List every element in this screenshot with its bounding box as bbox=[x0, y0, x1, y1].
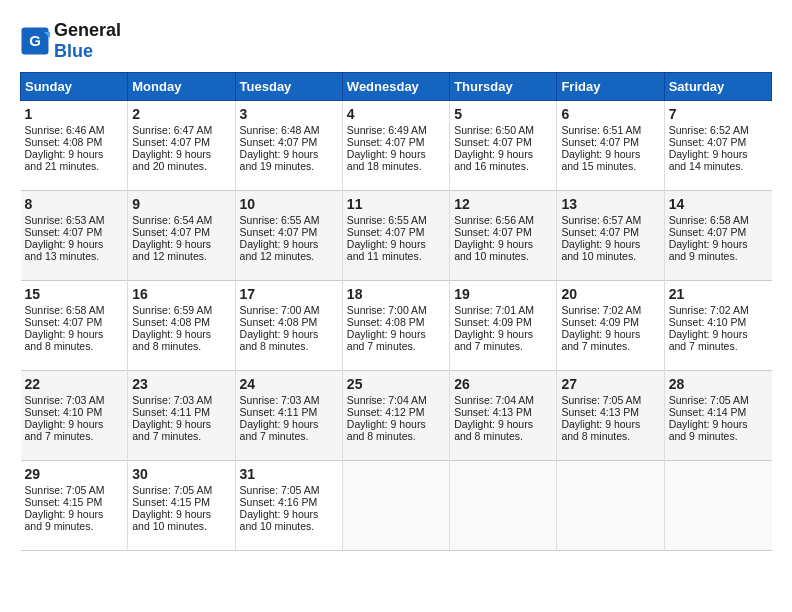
daylight: Daylight: 9 hours and 7 minutes. bbox=[669, 328, 748, 352]
sunset: Sunset: 4:07 PM bbox=[561, 226, 639, 238]
sunrise: Sunrise: 6:54 AM bbox=[132, 214, 212, 226]
sunrise: Sunrise: 7:03 AM bbox=[240, 394, 320, 406]
sunrise: Sunrise: 6:50 AM bbox=[454, 124, 534, 136]
day-header-sunday: Sunday bbox=[21, 73, 128, 101]
sunrise: Sunrise: 6:47 AM bbox=[132, 124, 212, 136]
daylight: Daylight: 9 hours and 15 minutes. bbox=[561, 148, 640, 172]
daylight: Daylight: 9 hours and 8 minutes. bbox=[240, 328, 319, 352]
sunrise: Sunrise: 7:02 AM bbox=[561, 304, 641, 316]
sunrise: Sunrise: 6:55 AM bbox=[240, 214, 320, 226]
daylight: Daylight: 9 hours and 8 minutes. bbox=[347, 418, 426, 442]
day-number: 28 bbox=[669, 376, 768, 392]
sunset: Sunset: 4:11 PM bbox=[132, 406, 210, 418]
sunrise: Sunrise: 7:01 AM bbox=[454, 304, 534, 316]
week-row-5: 29Sunrise: 7:05 AMSunset: 4:15 PMDayligh… bbox=[21, 461, 772, 551]
day-number: 10 bbox=[240, 196, 338, 212]
daylight: Daylight: 9 hours and 9 minutes. bbox=[669, 238, 748, 262]
day-number: 22 bbox=[25, 376, 124, 392]
sunrise: Sunrise: 6:51 AM bbox=[561, 124, 641, 136]
day-number: 7 bbox=[669, 106, 768, 122]
calendar-cell: 18Sunrise: 7:00 AMSunset: 4:08 PMDayligh… bbox=[342, 281, 449, 371]
sunrise: Sunrise: 6:49 AM bbox=[347, 124, 427, 136]
day-number: 17 bbox=[240, 286, 338, 302]
daylight: Daylight: 9 hours and 16 minutes. bbox=[454, 148, 533, 172]
day-header-saturday: Saturday bbox=[664, 73, 771, 101]
day-header-wednesday: Wednesday bbox=[342, 73, 449, 101]
day-number: 18 bbox=[347, 286, 445, 302]
sunrise: Sunrise: 7:03 AM bbox=[132, 394, 212, 406]
calendar-cell: 29Sunrise: 7:05 AMSunset: 4:15 PMDayligh… bbox=[21, 461, 128, 551]
calendar-cell: 16Sunrise: 6:59 AMSunset: 4:08 PMDayligh… bbox=[128, 281, 235, 371]
sunset: Sunset: 4:08 PM bbox=[240, 316, 318, 328]
sunrise: Sunrise: 6:58 AM bbox=[669, 214, 749, 226]
daylight: Daylight: 9 hours and 7 minutes. bbox=[25, 418, 104, 442]
week-row-3: 15Sunrise: 6:58 AMSunset: 4:07 PMDayligh… bbox=[21, 281, 772, 371]
sunset: Sunset: 4:13 PM bbox=[561, 406, 639, 418]
sunset: Sunset: 4:07 PM bbox=[454, 226, 532, 238]
daylight: Daylight: 9 hours and 7 minutes. bbox=[240, 418, 319, 442]
daylight: Daylight: 9 hours and 8 minutes. bbox=[561, 418, 640, 442]
sunset: Sunset: 4:07 PM bbox=[240, 226, 318, 238]
day-number: 1 bbox=[25, 106, 124, 122]
week-row-4: 22Sunrise: 7:03 AMSunset: 4:10 PMDayligh… bbox=[21, 371, 772, 461]
sunset: Sunset: 4:08 PM bbox=[25, 136, 103, 148]
svg-text:G: G bbox=[29, 32, 41, 49]
daylight: Daylight: 9 hours and 20 minutes. bbox=[132, 148, 211, 172]
calendar-cell: 28Sunrise: 7:05 AMSunset: 4:14 PMDayligh… bbox=[664, 371, 771, 461]
sunset: Sunset: 4:11 PM bbox=[240, 406, 318, 418]
sunrise: Sunrise: 6:53 AM bbox=[25, 214, 105, 226]
sunset: Sunset: 4:09 PM bbox=[561, 316, 639, 328]
calendar-cell: 22Sunrise: 7:03 AMSunset: 4:10 PMDayligh… bbox=[21, 371, 128, 461]
logo-icon: G bbox=[20, 26, 50, 56]
sunrise: Sunrise: 7:05 AM bbox=[132, 484, 212, 496]
calendar-cell: 31Sunrise: 7:05 AMSunset: 4:16 PMDayligh… bbox=[235, 461, 342, 551]
day-header-monday: Monday bbox=[128, 73, 235, 101]
day-number: 9 bbox=[132, 196, 230, 212]
sunset: Sunset: 4:07 PM bbox=[347, 136, 425, 148]
calendar-cell: 4Sunrise: 6:49 AMSunset: 4:07 PMDaylight… bbox=[342, 101, 449, 191]
calendar-cell: 1Sunrise: 6:46 AMSunset: 4:08 PMDaylight… bbox=[21, 101, 128, 191]
daylight: Daylight: 9 hours and 10 minutes. bbox=[240, 508, 319, 532]
day-number: 13 bbox=[561, 196, 659, 212]
daylight: Daylight: 9 hours and 10 minutes. bbox=[454, 238, 533, 262]
calendar-cell: 14Sunrise: 6:58 AMSunset: 4:07 PMDayligh… bbox=[664, 191, 771, 281]
daylight: Daylight: 9 hours and 8 minutes. bbox=[132, 328, 211, 352]
daylight: Daylight: 9 hours and 12 minutes. bbox=[240, 238, 319, 262]
sunset: Sunset: 4:08 PM bbox=[347, 316, 425, 328]
sunrise: Sunrise: 6:59 AM bbox=[132, 304, 212, 316]
sunset: Sunset: 4:16 PM bbox=[240, 496, 318, 508]
calendar-table: SundayMondayTuesdayWednesdayThursdayFrid… bbox=[20, 72, 772, 551]
calendar-cell: 2Sunrise: 6:47 AMSunset: 4:07 PMDaylight… bbox=[128, 101, 235, 191]
calendar-cell bbox=[557, 461, 664, 551]
sunrise: Sunrise: 6:58 AM bbox=[25, 304, 105, 316]
sunset: Sunset: 4:07 PM bbox=[25, 226, 103, 238]
calendar-cell: 7Sunrise: 6:52 AMSunset: 4:07 PMDaylight… bbox=[664, 101, 771, 191]
daylight: Daylight: 9 hours and 7 minutes. bbox=[132, 418, 211, 442]
calendar-cell: 23Sunrise: 7:03 AMSunset: 4:11 PMDayligh… bbox=[128, 371, 235, 461]
sunset: Sunset: 4:09 PM bbox=[454, 316, 532, 328]
day-number: 19 bbox=[454, 286, 552, 302]
calendar-cell: 30Sunrise: 7:05 AMSunset: 4:15 PMDayligh… bbox=[128, 461, 235, 551]
sunset: Sunset: 4:07 PM bbox=[25, 316, 103, 328]
page-header: G General Blue bbox=[20, 20, 772, 62]
sunset: Sunset: 4:10 PM bbox=[25, 406, 103, 418]
calendar-cell: 21Sunrise: 7:02 AMSunset: 4:10 PMDayligh… bbox=[664, 281, 771, 371]
calendar-cell: 3Sunrise: 6:48 AMSunset: 4:07 PMDaylight… bbox=[235, 101, 342, 191]
day-number: 21 bbox=[669, 286, 768, 302]
sunset: Sunset: 4:07 PM bbox=[454, 136, 532, 148]
calendar-cell: 25Sunrise: 7:04 AMSunset: 4:12 PMDayligh… bbox=[342, 371, 449, 461]
sunrise: Sunrise: 7:00 AM bbox=[240, 304, 320, 316]
sunrise: Sunrise: 7:05 AM bbox=[561, 394, 641, 406]
sunrise: Sunrise: 6:52 AM bbox=[669, 124, 749, 136]
sunrise: Sunrise: 7:05 AM bbox=[669, 394, 749, 406]
calendar-cell: 17Sunrise: 7:00 AMSunset: 4:08 PMDayligh… bbox=[235, 281, 342, 371]
daylight: Daylight: 9 hours and 14 minutes. bbox=[669, 148, 748, 172]
calendar-cell bbox=[664, 461, 771, 551]
calendar-cell bbox=[450, 461, 557, 551]
sunrise: Sunrise: 6:56 AM bbox=[454, 214, 534, 226]
sunrise: Sunrise: 6:57 AM bbox=[561, 214, 641, 226]
daylight: Daylight: 9 hours and 9 minutes. bbox=[25, 508, 104, 532]
sunrise: Sunrise: 6:46 AM bbox=[25, 124, 105, 136]
calendar-cell: 9Sunrise: 6:54 AMSunset: 4:07 PMDaylight… bbox=[128, 191, 235, 281]
calendar-cell: 11Sunrise: 6:55 AMSunset: 4:07 PMDayligh… bbox=[342, 191, 449, 281]
